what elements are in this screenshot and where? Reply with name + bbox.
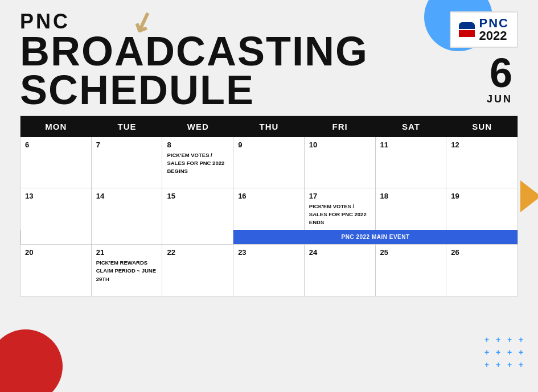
plus-icon: + bbox=[507, 348, 515, 357]
plus-icon: + bbox=[519, 335, 527, 344]
cal-cell-23: 23 bbox=[233, 245, 305, 296]
deco-plus-grid: + + + + + + + + + + + + bbox=[484, 335, 527, 369]
header-mon: MON bbox=[20, 116, 92, 137]
pnc-logo-icon bbox=[459, 22, 475, 37]
header-sun: SUN bbox=[446, 116, 518, 137]
logo-icon-top bbox=[459, 22, 475, 29]
plus-icon: + bbox=[496, 348, 504, 357]
cal-cell-8: 8 PICK'EM VOTES / SALES FOR PNC 2022 BEG… bbox=[162, 137, 233, 188]
plus-icon: + bbox=[519, 348, 527, 357]
calendar-week-2-wrapper: 13 14 15 16 17 PICK'EM VOT bbox=[20, 188, 518, 245]
plus-icon: + bbox=[484, 335, 492, 344]
event-bar-empty-2 bbox=[92, 230, 163, 244]
event-bar-main: PNC 2022 MAIN EVENT bbox=[233, 230, 518, 244]
plus-icon: + bbox=[484, 360, 492, 369]
right-panel: PNC 2022 6 JUN bbox=[450, 11, 518, 105]
date-block: 6 JUN bbox=[487, 52, 512, 105]
cal-cell-18: 18 bbox=[376, 188, 447, 230]
logo-text-block: PNC 2022 bbox=[479, 17, 509, 42]
calendar: MON TUE WED THU FRI SAT SUN 6 7 bbox=[20, 115, 518, 296]
title-block: PNC BROADCASTING SCHEDULE bbox=[20, 11, 450, 110]
schedule-title: SCHEDULE bbox=[20, 71, 450, 109]
cal-cell-24: 24 bbox=[305, 245, 376, 296]
event-bar-empty-3 bbox=[162, 230, 233, 244]
cal-cell-25: 25 bbox=[376, 245, 447, 296]
cal-cell-12: 12 bbox=[446, 137, 518, 188]
date-month: JUN bbox=[487, 93, 512, 105]
event-bar-row: PNC 2022 MAIN EVENT bbox=[20, 230, 518, 245]
cal-cell-26: 26 bbox=[446, 245, 518, 296]
header-fri: FRI bbox=[305, 116, 376, 137]
logo-year-text: 2022 bbox=[479, 30, 509, 42]
cal-cell-16: 16 bbox=[233, 188, 305, 230]
cal-cell-14: 14 bbox=[92, 188, 163, 230]
cal-cell-21: 21 PICK'EM REWARDS CLAIM PERIOD ~ JUNE 2… bbox=[92, 245, 163, 296]
cal-cell-22: 22 bbox=[162, 245, 233, 296]
main-container: PNC BROADCASTING SCHEDULE PNC 2022 6 bbox=[0, 0, 538, 308]
cal-cell-7: 7 bbox=[92, 137, 163, 188]
event-bar-empty-1 bbox=[20, 230, 92, 244]
background: ↙ + + + + + + + + + + + + PNC BROADCASTI… bbox=[0, 0, 538, 392]
event-bar-label: PNC 2022 MAIN EVENT bbox=[342, 234, 410, 240]
plus-icon: + bbox=[484, 348, 492, 357]
cal-cell-10: 10 bbox=[305, 137, 376, 188]
logo-pnc-text: PNC bbox=[479, 17, 509, 30]
header-thu: THU bbox=[233, 116, 305, 137]
header-tue: TUE bbox=[92, 116, 163, 137]
cal-cell-9: 9 bbox=[233, 137, 305, 188]
cal-cell-17: 17 PICK'EM VOTES / SALES FOR PNC 2022 EN… bbox=[305, 188, 376, 230]
date-number: 6 bbox=[487, 52, 512, 93]
plus-icon: + bbox=[496, 335, 504, 344]
broadcasting-title: BROADCASTING bbox=[20, 32, 450, 71]
plus-icon: + bbox=[507, 335, 515, 344]
header-area: PNC BROADCASTING SCHEDULE PNC 2022 6 bbox=[20, 11, 518, 110]
calendar-week-2-days: 13 14 15 16 17 PICK'EM VOT bbox=[20, 188, 518, 230]
calendar-week-3: 20 21 PICK'EM REWARDS CLAIM PERIOD ~ JUN… bbox=[20, 245, 518, 296]
cal-cell-20: 20 bbox=[20, 245, 92, 296]
plus-icon: + bbox=[519, 360, 527, 369]
plus-icon: + bbox=[496, 360, 504, 369]
header-wed: WED bbox=[162, 116, 233, 137]
header-sat: SAT bbox=[376, 116, 447, 137]
cal-cell-15: 15 bbox=[162, 188, 233, 230]
cal-cell-19: 19 bbox=[446, 188, 518, 230]
cal-cell-6: 6 bbox=[20, 137, 92, 188]
pnc-logo-box: PNC 2022 bbox=[450, 11, 518, 48]
cal-cell-13: 13 bbox=[20, 188, 92, 230]
calendar-week-1: 6 7 8 PICK'EM VOTES / SALES FOR PNC 2022… bbox=[20, 137, 518, 188]
logo-icon-bottom bbox=[459, 30, 475, 37]
calendar-body: 6 7 8 PICK'EM VOTES / SALES FOR PNC 2022… bbox=[20, 137, 518, 296]
plus-icon: + bbox=[507, 360, 515, 369]
cal-cell-11: 11 bbox=[376, 137, 447, 188]
calendar-header: MON TUE WED THU FRI SAT SUN bbox=[20, 116, 518, 137]
deco-circle-red bbox=[0, 329, 63, 392]
